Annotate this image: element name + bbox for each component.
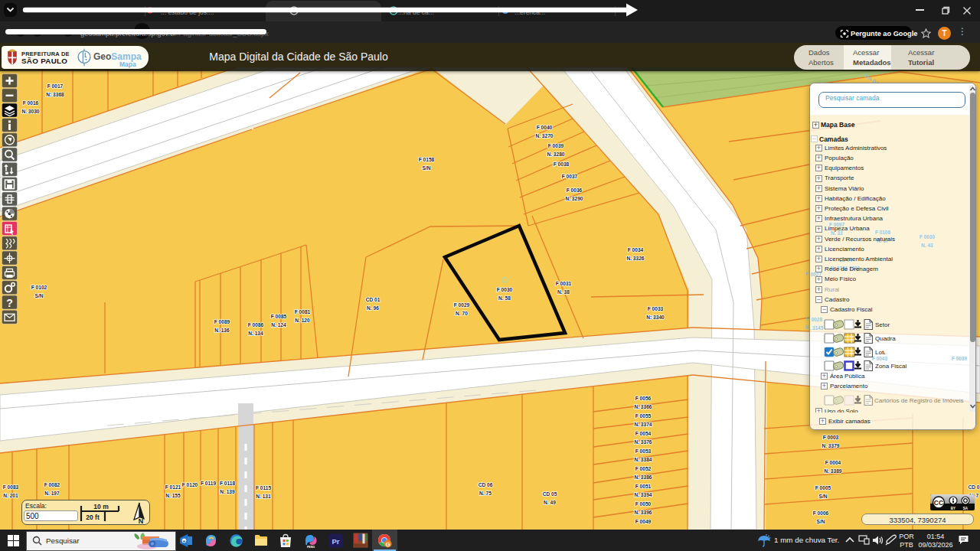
svg-text:CC: CC xyxy=(934,499,943,507)
svg-text:10 m: 10 m xyxy=(93,503,109,510)
svg-text:20 ft: 20 ft xyxy=(86,514,100,521)
svg-text:F 0005: F 0005 xyxy=(815,485,831,491)
svg-text:N: 3368: N: 3368 xyxy=(46,92,64,97)
svg-text:F 0039: F 0039 xyxy=(548,143,564,148)
svg-text:F 0106: F 0106 xyxy=(875,230,890,235)
svg-text:S/N: S/N xyxy=(817,519,825,524)
svg-text:S/N: S/N xyxy=(819,494,828,499)
svg-text:F 0053: F 0053 xyxy=(635,448,652,454)
svg-text:F 0029: F 0029 xyxy=(454,302,470,308)
svg-text:F 0052: F 0052 xyxy=(635,466,652,471)
svg-text:BY: BY xyxy=(951,507,956,510)
svg-text:N. 3384: N. 3384 xyxy=(634,457,652,462)
svg-text:CD 05: CD 05 xyxy=(543,491,557,497)
svg-text:F 0004: F 0004 xyxy=(825,460,841,465)
svg-text:N. 3290: N. 3290 xyxy=(565,196,583,201)
svg-text:N. 3270: N. 3270 xyxy=(535,133,553,139)
svg-text:N. 139: N. 139 xyxy=(220,489,235,494)
svg-text:N. 38: N. 38 xyxy=(557,289,570,295)
svg-text:N. 3326: N. 3326 xyxy=(626,256,644,261)
svg-text:CD 01: CD 01 xyxy=(366,297,381,302)
svg-text:F 0049: F 0049 xyxy=(635,519,652,524)
svg-text:F 0038: F 0038 xyxy=(554,161,570,167)
svg-text:F 0089: F 0089 xyxy=(214,319,230,324)
svg-text:F 0051: F 0051 xyxy=(635,484,652,489)
svg-text:F 0033: F 0033 xyxy=(648,306,664,311)
svg-text:F 0028: F 0028 xyxy=(810,317,822,322)
svg-text:N. 3280: N. 3280 xyxy=(547,152,564,157)
svg-text:Pr: Pr xyxy=(332,537,339,546)
svg-text:PENG: PENG xyxy=(307,546,315,549)
svg-text:N. 131: N. 131 xyxy=(256,494,271,499)
svg-text:F 0003: F 0003 xyxy=(823,435,839,440)
svg-text:N. 3379: N. 3379 xyxy=(822,443,839,448)
svg-text:N. 58: N. 58 xyxy=(498,295,511,301)
svg-text:F 0006: F 0006 xyxy=(813,510,829,516)
svg-text:N. 3394: N. 3394 xyxy=(634,492,652,497)
svg-text:N. 3030: N. 3030 xyxy=(21,109,39,114)
svg-text:N: N xyxy=(139,517,144,524)
svg-text:F 0121: F 0121 xyxy=(165,484,181,490)
svg-text:N. 197: N. 197 xyxy=(44,491,60,496)
svg-text:F 0083: F 0083 xyxy=(3,484,19,490)
svg-text:F 0086: F 0086 xyxy=(248,322,264,328)
svg-text:F 0102: F 0102 xyxy=(31,285,47,290)
svg-text:N. 120: N. 120 xyxy=(295,318,310,323)
svg-text:F 0118: F 0118 xyxy=(220,481,235,486)
svg-text:F 0085: F 0085 xyxy=(271,314,287,319)
svg-text:N. 3145: N. 3145 xyxy=(810,325,824,331)
svg-text:F 0056: F 0056 xyxy=(635,396,652,401)
svg-text:G: G xyxy=(385,540,390,547)
svg-text:F 0040: F 0040 xyxy=(537,125,553,130)
svg-text:F 0050: F 0050 xyxy=(635,501,652,507)
svg-text:F 0017: F 0017 xyxy=(47,83,64,89)
svg-text:F 0034: F 0034 xyxy=(628,247,644,253)
svg-text:F 0030: F 0030 xyxy=(497,287,513,292)
svg-text:N. 3389: N. 3389 xyxy=(824,468,841,474)
svg-text:F 0030: F 0030 xyxy=(920,234,935,240)
svg-text:F 0055: F 0055 xyxy=(635,413,652,419)
svg-text:N. 3386: N. 3386 xyxy=(634,474,652,480)
svg-text:F 0082: F 0082 xyxy=(44,482,60,487)
svg-text:CD 0: CD 0 xyxy=(968,484,979,490)
svg-text:N. 155: N. 155 xyxy=(165,493,181,498)
svg-text:F 0115: F 0115 xyxy=(256,485,271,491)
svg-text:N. 96: N. 96 xyxy=(367,305,379,311)
svg-text:F 0036: F 0036 xyxy=(567,187,583,193)
svg-text:N. 124: N. 124 xyxy=(271,322,286,328)
svg-text:N. 136: N. 136 xyxy=(214,328,230,333)
svg-text:N. 75: N. 75 xyxy=(479,491,492,496)
svg-text:CD 06: CD 06 xyxy=(479,482,493,487)
svg-text:F 0119: F 0119 xyxy=(201,481,216,486)
svg-text:F 0037: F 0037 xyxy=(562,174,578,179)
svg-text:S/N: S/N xyxy=(423,165,431,171)
svg-text:SA: SA xyxy=(963,507,969,510)
svg-text:N. 3366: N. 3366 xyxy=(634,404,652,409)
svg-text:F 0054: F 0054 xyxy=(635,431,652,436)
svg-text:N: 3340: N: 3340 xyxy=(646,315,665,320)
svg-text:N. 70: N. 70 xyxy=(456,311,468,316)
svg-text:F 0120: F 0120 xyxy=(182,482,198,487)
svg-text:F 0158: F 0158 xyxy=(419,157,435,162)
svg-text:N. 201: N. 201 xyxy=(3,493,18,498)
svg-text:F 0031: F 0031 xyxy=(556,281,572,286)
svg-text:N. 134: N. 134 xyxy=(248,331,263,336)
svg-text:S/N: S/N xyxy=(35,293,44,298)
svg-text:N. 3376: N. 3376 xyxy=(634,439,652,445)
svg-text:N. 3374: N. 3374 xyxy=(634,422,652,427)
svg-text:N. 3396: N. 3396 xyxy=(634,510,652,515)
svg-text:F 0016: F 0016 xyxy=(23,100,39,106)
svg-text:N. 49: N. 49 xyxy=(544,500,556,505)
svg-text:N. 43: N. 43 xyxy=(921,243,933,248)
svg-text:?: ? xyxy=(6,297,13,309)
svg-text:F 0081: F 0081 xyxy=(295,309,311,315)
